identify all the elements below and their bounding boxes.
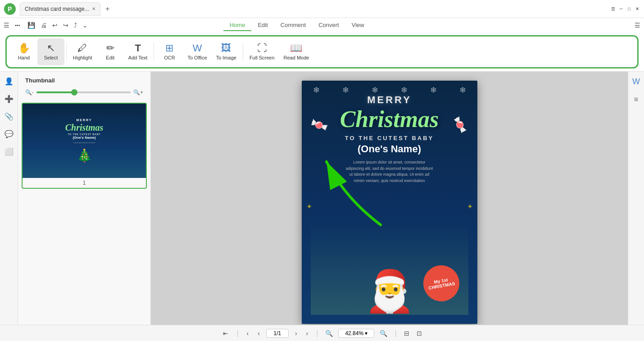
to-office-icon: W [193, 43, 202, 53]
hamburger-menu[interactable]: ☰ [4, 22, 9, 29]
add-text-button[interactable]: T Add Text [124, 38, 152, 65]
mini-card-preview: MERRY Christmas TO THE CUTEST BABY (One'… [23, 104, 146, 178]
print-icon[interactable]: 🖨 [39, 21, 49, 30]
hand-tool-button[interactable]: ✋ Hand [10, 38, 37, 65]
to-image-button[interactable]: 🖼 To Image [212, 38, 241, 65]
ocr-label: OCR [164, 55, 175, 60]
ocr-icon: ⊞ [165, 43, 173, 53]
card-snowflakes: ❄❄❄❄❄❄ [302, 85, 477, 95]
mini-merry: MERRY [76, 118, 92, 122]
redo-icon[interactable]: ↪ [61, 21, 70, 30]
tab-comment[interactable]: Comment [274, 20, 312, 31]
read-mode-icon: 📖 [290, 43, 302, 53]
separator-3 [243, 43, 243, 61]
toolbar-area: ☰ ••• 💾 🖨 ↩ ↪ ⤴ ⌄ Home Edit Comment Conv… [0, 18, 644, 72]
separator-nav-3: | [395, 329, 396, 337]
tab-edit[interactable]: Edit [251, 20, 274, 31]
more-options[interactable]: ••• [15, 23, 20, 28]
save-icon[interactable]: 💾 [26, 21, 37, 30]
tab-title: Christmas card message... [25, 6, 89, 12]
select-icon: ↖ [47, 43, 55, 53]
word-translate-icon[interactable]: W [630, 75, 642, 88]
minimize-button[interactable]: ─ [618, 6, 624, 12]
card-merry-text: MERRY [367, 94, 412, 106]
next-page-button[interactable]: › [292, 329, 300, 338]
edit-tool-button[interactable]: ✏ Edit [97, 38, 124, 65]
attachment-icon[interactable]: 📎 [3, 110, 15, 123]
sidebar-toggle-icon[interactable]: ☰ [635, 22, 640, 29]
highlight-label: Highlight [73, 55, 92, 60]
tab-home[interactable]: Home [223, 20, 252, 31]
separator-nav-2: | [316, 329, 318, 337]
fit-width-button[interactable]: ⊡ [415, 329, 424, 338]
titlebar: P Christmas card message... ✕ + ☰ ─ □ ✕ [0, 0, 644, 18]
comment-icon[interactable]: 💬 [3, 128, 15, 140]
zoom-out-icon[interactable]: 🔍- [25, 89, 34, 95]
dropdown-icon[interactable]: ⌄ [81, 21, 90, 30]
fit-page-button[interactable]: ⊟ [402, 329, 411, 338]
prev-page-button-2[interactable]: ‹ [255, 329, 263, 338]
card-name-text: (One's Name) [358, 143, 421, 155]
first-page-button[interactable]: ⇤ [220, 329, 231, 338]
full-screen-label: Full Screen [249, 55, 275, 60]
to-image-icon: 🖼 [221, 43, 231, 53]
undo-icon[interactable]: ↩ [50, 21, 59, 30]
card-body-text: Lorem ipsum dolor sit amet, consectetur … [345, 159, 435, 184]
highlight-tool-button[interactable]: 🖊 Highlight [68, 38, 97, 65]
main-toolbar: ✋ Hand ↖ Select 🖊 Highlight ✏ Edit T Add… [5, 35, 639, 68]
read-mode-button[interactable]: 📖 Read Mode [279, 38, 314, 65]
menu-button[interactable]: ☰ [610, 6, 616, 12]
to-office-button[interactable]: W To Office [183, 38, 211, 65]
to-office-label: To Office [187, 55, 207, 60]
thumbnail-panel: Thumbnail 🔍- 🔍+ MERRY Christmas TO THE C… [18, 72, 151, 325]
zoom-slider[interactable] [36, 91, 131, 93]
right-sidebar: W ≡ [628, 72, 644, 325]
share-icon[interactable]: ⤴ [72, 21, 79, 30]
thumbnail-page-1[interactable]: MERRY Christmas TO THE CUTEST BABY (One'… [22, 103, 147, 189]
edit-label: Edit [106, 55, 114, 60]
document-area[interactable]: ❄❄❄❄❄❄ 🍬 🍬 MERRY Christmas TO THE CUTEST… [151, 72, 628, 325]
toolbar-top: ☰ ••• 💾 🖨 ↩ ↪ ⤴ ⌄ Home Edit Comment Conv… [0, 18, 644, 32]
thumbnail-image: MERRY Christmas TO THE CUTEST BABY (One'… [23, 104, 146, 178]
zoom-dropdown-icon[interactable]: ▾ [365, 330, 367, 336]
edit-icon: ✏ [106, 43, 114, 53]
badge-christmas: My 1st CHRISTMAS [420, 263, 462, 305]
mini-body: Lorem ipsum dolor sit amet [73, 141, 95, 144]
hand-icon: ✋ [18, 43, 30, 53]
window-controls: ☰ ─ □ ✕ [610, 6, 640, 12]
card-stars-left: ✦ [306, 202, 312, 211]
new-tab-button[interactable]: + [102, 4, 113, 14]
add-icon[interactable]: ➕ [3, 93, 15, 105]
zoom-percent: 42.84% [345, 330, 363, 336]
panel-collapse-icon[interactable]: ≡ [632, 94, 640, 105]
quick-access-icons: 💾 🖨 ↩ ↪ ⤴ ⌄ [26, 21, 90, 30]
close-button[interactable]: ✕ [634, 6, 640, 12]
layer-icon[interactable]: ⬜ [3, 145, 15, 158]
content-area: 👤 ➕ 📎 💬 ⬜ Thumbnail 🔍- 🔍+ MERRY Christma… [0, 72, 644, 325]
full-screen-button[interactable]: ⛶ Full Screen [245, 38, 279, 65]
nav-tabs: Home Edit Comment Convert View [223, 20, 371, 31]
next-page-button-2[interactable]: › [304, 329, 311, 338]
tab-close-button[interactable]: ✕ [92, 6, 95, 11]
zoom-out-button[interactable]: 🔍 [323, 329, 335, 338]
card-christmas-text: Christmas [340, 108, 439, 131]
prev-page-button[interactable]: ‹ [244, 329, 252, 338]
candy-cane-left: 🍬 [308, 114, 330, 135]
app-logo: P [4, 3, 16, 15]
zoom-in-button[interactable]: 🔍 [378, 329, 389, 338]
user-icon[interactable]: 👤 [3, 75, 15, 87]
svg-text:P: P [8, 5, 12, 13]
maximize-button[interactable]: □ [626, 6, 632, 12]
tab-view[interactable]: View [345, 20, 371, 31]
tab-convert[interactable]: Convert [312, 20, 345, 31]
card-stars-right: ✦ [467, 202, 473, 211]
ocr-button[interactable]: ⊞ OCR [156, 38, 183, 65]
zoom-thumb[interactable] [71, 89, 77, 95]
left-sidebar: 👤 ➕ 📎 💬 ⬜ [0, 72, 18, 325]
zoom-in-icon[interactable]: 🔍+ [133, 89, 143, 95]
mini-art: 🎄 [77, 148, 92, 163]
select-tool-button[interactable]: ↖ Select [37, 38, 64, 65]
separator-nav-1: | [236, 329, 238, 337]
document-tab[interactable]: Christmas card message... ✕ [20, 2, 100, 16]
page-input[interactable] [266, 329, 289, 338]
